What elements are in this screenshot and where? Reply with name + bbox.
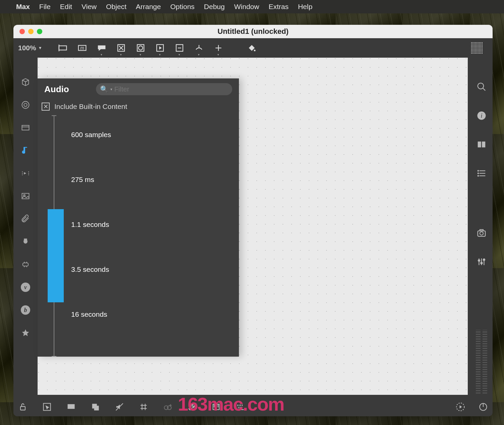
svg-rect-53 (20, 407, 25, 410)
v-badge-icon[interactable]: v (20, 282, 31, 292)
macos-menubar: Max File Edit View Object Arrange Option… (0, 0, 504, 13)
filter-input-wrap[interactable]: 🔍▾ (96, 83, 232, 95)
meter-right (483, 330, 487, 393)
menu-debug[interactable]: Debug (204, 3, 225, 11)
svg-rect-27 (23, 263, 28, 266)
split-view-icon[interactable] (476, 139, 487, 151)
panel-title: Audio (44, 84, 69, 95)
menu-object[interactable]: Object (106, 3, 127, 11)
zoom-level-label: 100% (18, 44, 36, 52)
paint-bucket-icon[interactable] (243, 42, 260, 54)
audio-meters (475, 330, 488, 398)
svg-rect-69 (216, 404, 216, 407)
paperclip-icon[interactable] (20, 214, 31, 224)
list-icon[interactable] (476, 168, 487, 180)
svg-text:i: i (481, 112, 482, 119)
svg-point-32 (478, 83, 484, 89)
chevron-down-icon: ▾ (110, 87, 112, 92)
menu-edit[interactable]: Edit (60, 3, 72, 11)
circle-target-icon[interactable] (20, 100, 31, 110)
zoom-level-dropdown[interactable]: 100% ▼ (18, 44, 42, 52)
cube-icon[interactable] (20, 77, 31, 87)
svg-rect-37 (482, 141, 485, 147)
bracket-icon[interactable] (20, 259, 31, 269)
add-object-icon[interactable]: ▾ (210, 42, 227, 54)
menu-app[interactable]: Max (16, 3, 30, 11)
camera-icon[interactable] (476, 228, 487, 239)
titlebar[interactable]: Untitled1 (unlocked) (13, 25, 493, 38)
timeline-item[interactable]: 3.5 seconds (71, 265, 109, 274)
svg-point-41 (478, 170, 479, 171)
plug-icon[interactable] (20, 237, 31, 247)
duration-timeline[interactable]: 600 samples 275 ms 1.1 seconds 3.5 secon… (50, 115, 239, 357)
menu-window[interactable]: Window (234, 3, 259, 11)
menu-arrange[interactable]: Arrange (136, 3, 161, 11)
menu-options[interactable]: Options (170, 3, 194, 11)
patcher-canvas[interactable]: Audio 🔍▾ ✕ Include Built-in Content 60 (38, 58, 468, 395)
menu-extras[interactable]: Extras (268, 3, 289, 11)
filter-input[interactable] (114, 85, 228, 93)
info-icon[interactable]: i (476, 111, 487, 122)
timeline-selection[interactable] (48, 209, 64, 302)
meter-left (476, 330, 481, 393)
svg-rect-68 (214, 404, 214, 407)
svg-point-45 (480, 232, 483, 235)
slider-icon[interactable]: ▾ (171, 42, 188, 54)
message-box-icon[interactable]: m (74, 42, 91, 54)
image-icon[interactable] (20, 191, 31, 201)
add-link-icon[interactable] (163, 402, 172, 412)
timeline-item[interactable]: 600 samples (71, 131, 111, 139)
include-builtin-row[interactable]: ✕ Include Built-in Content (38, 100, 239, 115)
toggle-icon[interactable]: ▾ (113, 42, 130, 54)
svg-marker-80 (460, 405, 462, 408)
keyboard-icon[interactable] (236, 402, 245, 412)
wrench-icon[interactable] (187, 402, 197, 412)
svg-point-51 (481, 262, 483, 264)
svg-point-17 (22, 102, 29, 109)
button-icon[interactable]: ▾ (132, 42, 149, 54)
svg-point-42 (478, 173, 479, 174)
chevron-down-icon: ▼ (38, 46, 42, 50)
svg-point-16 (254, 50, 255, 51)
svg-point-43 (478, 175, 479, 176)
segments-icon[interactable] (20, 168, 31, 178)
svg-point-8 (138, 46, 143, 50)
layers-icon[interactable] (91, 402, 100, 412)
play-circle-icon[interactable] (456, 402, 465, 412)
dial-icon[interactable]: ▾ (191, 42, 207, 54)
app-window: Untitled1 (unlocked) 100% ▼ m ▾ ▾ ▾ ▾ ▾ … (13, 25, 493, 416)
search-icon[interactable] (476, 82, 487, 93)
panel-icon[interactable] (20, 123, 31, 133)
audio-browser-panel: Audio 🔍▾ ✕ Include Built-in Content 60 (38, 78, 239, 357)
timeline-item[interactable]: 1.1 seconds (71, 221, 109, 229)
bottom-toolbar (13, 398, 493, 416)
svg-point-52 (483, 259, 485, 260)
svg-marker-10 (159, 46, 162, 50)
presentation-icon[interactable] (66, 402, 76, 412)
unlock-icon[interactable] (18, 402, 28, 412)
object-box-icon[interactable] (54, 42, 71, 54)
mute-icon[interactable] (115, 402, 124, 412)
menu-file[interactable]: File (39, 3, 51, 11)
star-icon[interactable] (20, 328, 31, 338)
menu-view[interactable]: View (82, 3, 97, 11)
svg-rect-46 (480, 230, 483, 231)
number-box-icon[interactable]: ▾ (152, 42, 168, 54)
cursor-icon[interactable] (42, 402, 52, 412)
menu-help[interactable]: Help (298, 3, 312, 11)
svg-point-21 (23, 151, 25, 154)
include-builtin-checkbox[interactable]: ✕ (42, 103, 50, 111)
left-sidebar: v b (13, 58, 38, 398)
b-badge-icon[interactable]: b (20, 305, 31, 315)
svg-rect-36 (478, 141, 481, 147)
piano-icon[interactable] (211, 402, 221, 412)
svg-text:m: m (80, 46, 84, 51)
timeline-item[interactable]: 275 ms (71, 176, 94, 184)
power-icon[interactable] (478, 402, 488, 412)
audio-note-icon[interactable] (20, 145, 31, 156)
grid-view-icon[interactable] (468, 42, 485, 54)
sliders-icon[interactable] (476, 257, 487, 268)
comment-icon[interactable]: ▾ (93, 42, 110, 54)
timeline-item[interactable]: 16 seconds (71, 310, 107, 318)
grid-icon[interactable] (139, 402, 148, 412)
